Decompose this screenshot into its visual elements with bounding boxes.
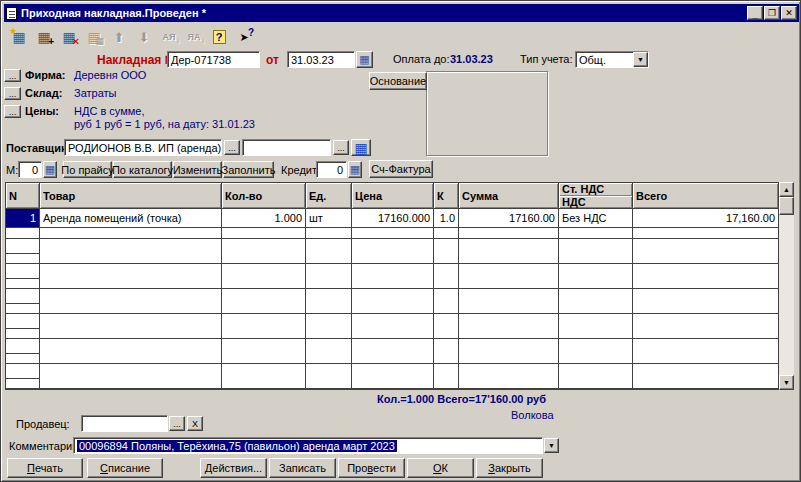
empty-cell[interactable] — [306, 339, 352, 363]
scrollbar-thumb[interactable] — [779, 197, 794, 215]
account-type-dropdown-button[interactable]: ▼ — [633, 52, 648, 67]
empty-cell[interactable] — [306, 289, 352, 313]
table-row[interactable] — [6, 289, 778, 314]
empty-cell[interactable] — [434, 339, 459, 363]
empty-cell[interactable] — [633, 339, 778, 363]
empty-cell[interactable] — [559, 289, 633, 313]
table-row[interactable] — [6, 339, 778, 364]
empty-cell[interactable] — [6, 339, 40, 363]
new-row-icon[interactable]: ▦★ — [8, 27, 30, 47]
scroll-up-button[interactable]: ▲ — [779, 182, 794, 197]
empty-cell[interactable] — [559, 364, 633, 388]
col-header-qty[interactable]: Кол-во — [222, 183, 306, 208]
cell-item[interactable]: Аренда помещений (точка) — [40, 209, 222, 238]
seller-select-button[interactable]: ... — [169, 416, 185, 431]
m-input[interactable]: 0 — [18, 161, 42, 178]
empty-cell[interactable] — [434, 314, 459, 338]
post-button[interactable]: Провести — [338, 458, 405, 478]
col-header-item[interactable]: Товар — [40, 183, 222, 208]
supplier-select-button[interactable]: ... — [224, 140, 240, 155]
empty-cell[interactable] — [40, 339, 222, 363]
empty-cell[interactable] — [6, 239, 40, 263]
empty-cell[interactable] — [6, 289, 40, 313]
empty-cell[interactable] — [633, 289, 778, 313]
empty-cell[interactable] — [352, 339, 434, 363]
credit-calc-button[interactable]: ▦ — [348, 161, 362, 178]
ok-button[interactable]: ОК — [407, 458, 474, 478]
empty-cell[interactable] — [633, 314, 778, 338]
table-row[interactable] — [6, 364, 778, 389]
basis-button[interactable]: Основание — [369, 72, 427, 90]
empty-cell[interactable] — [459, 289, 559, 313]
writeoff-button[interactable]: Списание — [87, 458, 163, 478]
calendar-button[interactable]: ▦ — [356, 51, 373, 68]
empty-cell[interactable] — [559, 264, 633, 288]
cell-k[interactable]: 1.0 — [434, 209, 459, 238]
minimize-button[interactable]: _ — [747, 6, 763, 20]
empty-cell[interactable] — [434, 364, 459, 388]
col-header-unit[interactable]: Ед. — [306, 183, 352, 208]
invoice-number-input[interactable]: Дер-071738 — [167, 51, 260, 68]
empty-cell[interactable] — [6, 314, 40, 338]
prices-select-button[interactable]: ... — [4, 105, 21, 118]
empty-cell[interactable] — [306, 239, 352, 263]
cell-sum[interactable]: 17160.00 — [459, 209, 559, 238]
empty-cell[interactable] — [6, 264, 40, 288]
comment-combobox[interactable]: 00096894 Поляны, Терёхина,75 (павильон) … — [73, 437, 543, 454]
empty-cell[interactable] — [633, 264, 778, 288]
invoice-date-input[interactable]: 31.03.23 — [287, 51, 355, 68]
col-header-vat[interactable]: Ст. НДС НДС — [559, 183, 633, 208]
empty-cell[interactable] — [40, 364, 222, 388]
empty-cell[interactable] — [40, 289, 222, 313]
m-calc-button[interactable]: ▦ — [43, 161, 57, 178]
empty-cell[interactable] — [633, 364, 778, 388]
print-button[interactable]: Печать — [7, 458, 83, 478]
empty-cell[interactable] — [6, 364, 40, 388]
empty-cell[interactable] — [459, 314, 559, 338]
supplier-input[interactable]: РОДИОНОВ В.В. ИП (аренда) — [64, 139, 222, 156]
by-price-button[interactable]: По прайсу — [63, 161, 112, 178]
empty-cell[interactable] — [306, 264, 352, 288]
warehouse-select-button[interactable]: ... — [4, 87, 21, 100]
cell-qty[interactable]: 1.000 — [222, 209, 306, 238]
col-header-price[interactable]: Цена — [352, 183, 434, 208]
empty-cell[interactable] — [559, 339, 633, 363]
duplicate-row-icon[interactable]: ▦▦ — [83, 27, 105, 47]
empty-cell[interactable] — [352, 264, 434, 288]
delete-row-icon[interactable]: ▦✕ — [58, 27, 80, 47]
empty-cell[interactable] — [459, 239, 559, 263]
maximize-button[interactable]: ❐ — [764, 6, 780, 20]
empty-cell[interactable] — [434, 289, 459, 313]
firm-select-button[interactable]: ... — [4, 69, 21, 82]
empty-cell[interactable] — [633, 239, 778, 263]
empty-cell[interactable] — [434, 264, 459, 288]
empty-cell[interactable] — [352, 289, 434, 313]
move-up-icon[interactable]: ⬆ — [108, 27, 130, 47]
table-row[interactable] — [6, 314, 778, 339]
invoice-facture-button[interactable]: Сч-Фактура — [369, 160, 433, 178]
edit-button[interactable]: Изменить — [173, 161, 222, 178]
fill-button[interactable]: Заполнить — [223, 161, 274, 178]
comment-dropdown-button[interactable]: ▼ — [544, 438, 559, 453]
empty-cell[interactable] — [40, 239, 222, 263]
empty-cell[interactable] — [559, 239, 633, 263]
empty-cell[interactable] — [306, 314, 352, 338]
move-down-icon[interactable]: ⬇ — [133, 27, 155, 47]
empty-cell[interactable] — [222, 289, 306, 313]
seller-clear-button[interactable]: X — [187, 416, 203, 431]
empty-cell[interactable] — [459, 264, 559, 288]
empty-cell[interactable] — [352, 314, 434, 338]
help-icon[interactable]: ? — [208, 27, 230, 47]
table-row[interactable]: 1 Аренда помещений (точка) 1.000 шт 1716… — [6, 209, 778, 239]
scroll-down-button[interactable]: ▼ — [779, 375, 794, 390]
by-catalog-button[interactable]: По каталогу — [113, 161, 172, 178]
empty-cell[interactable] — [459, 364, 559, 388]
close-form-button[interactable]: Закрыть — [476, 458, 543, 478]
cell-unit[interactable]: шт — [306, 209, 352, 238]
actions-button[interactable]: Действия... — [200, 458, 267, 478]
empty-cell[interactable] — [222, 239, 306, 263]
empty-cell[interactable] — [222, 364, 306, 388]
sort-desc-icon[interactable]: ЯА↓ — [183, 27, 205, 47]
empty-cell[interactable] — [352, 239, 434, 263]
save-button[interactable]: Записать — [269, 458, 336, 478]
